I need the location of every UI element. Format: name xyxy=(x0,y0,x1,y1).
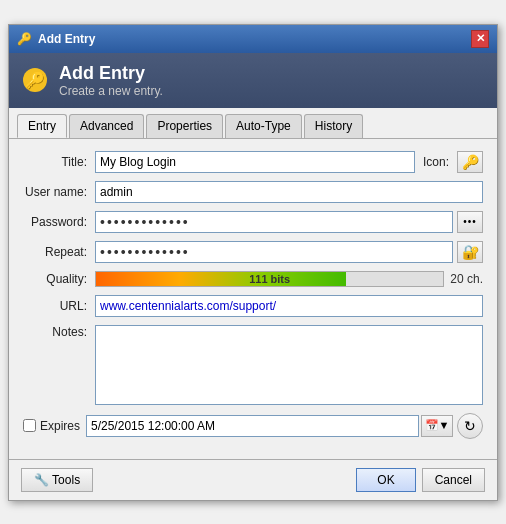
title-bar-left: 🔑 Add Entry xyxy=(17,32,95,46)
form-content: Title: Icon: 🔑 User name: Password: ••• … xyxy=(9,139,497,459)
header-text: Add Entry Create a new entry. xyxy=(59,63,163,98)
username-row: User name: xyxy=(23,181,483,203)
url-input[interactable] xyxy=(95,295,483,317)
icon-button[interactable]: 🔑 xyxy=(457,151,483,173)
title-input[interactable] xyxy=(95,151,415,173)
footer: 🔧 Tools OK Cancel xyxy=(9,459,497,500)
expires-refresh-button[interactable]: ↻ xyxy=(457,413,483,439)
header-icon: 🔑 xyxy=(23,68,47,92)
repeat-input[interactable] xyxy=(95,241,453,263)
title-label: Title: xyxy=(23,155,95,169)
quality-row: Quality: 111 bits 20 ch. xyxy=(23,271,483,287)
password-reveal-button[interactable]: ••• xyxy=(457,211,483,233)
repeat-icon-button[interactable]: 🔐 xyxy=(457,241,483,263)
tab-autotype[interactable]: Auto-Type xyxy=(225,114,302,138)
tab-history[interactable]: History xyxy=(304,114,363,138)
expires-row: Expires 📅▼ ↻ xyxy=(23,413,483,439)
cancel-button[interactable]: Cancel xyxy=(422,468,485,492)
notes-input[interactable] xyxy=(95,325,483,405)
tools-button[interactable]: 🔧 Tools xyxy=(21,468,93,492)
header-title: Add Entry xyxy=(59,63,163,84)
footer-actions: OK Cancel xyxy=(356,468,485,492)
main-window: 🔑 Add Entry ✕ 🔑 Add Entry Create a new e… xyxy=(8,24,498,501)
expires-checkbox[interactable] xyxy=(23,419,36,432)
icon-label: Icon: xyxy=(423,155,449,169)
username-input[interactable] xyxy=(95,181,483,203)
password-input[interactable] xyxy=(95,211,453,233)
header-subtitle: Create a new entry. xyxy=(59,84,163,98)
url-label: URL: xyxy=(23,299,95,313)
title-row: Title: Icon: 🔑 xyxy=(23,151,483,173)
quality-ch-label: 20 ch. xyxy=(450,272,483,286)
password-label: Password: xyxy=(23,215,95,229)
repeat-row: Repeat: 🔐 xyxy=(23,241,483,263)
repeat-label: Repeat: xyxy=(23,245,95,259)
quality-bar-text: 111 bits xyxy=(96,272,443,286)
tab-entry[interactable]: Entry xyxy=(17,114,67,138)
tab-properties[interactable]: Properties xyxy=(146,114,223,138)
expires-input[interactable] xyxy=(86,415,419,437)
title-bar-text: Add Entry xyxy=(38,32,95,46)
header-section: 🔑 Add Entry Create a new entry. xyxy=(9,53,497,108)
password-row: Password: ••• xyxy=(23,211,483,233)
username-label: User name: xyxy=(23,185,95,199)
tab-advanced[interactable]: Advanced xyxy=(69,114,144,138)
url-row: URL: xyxy=(23,295,483,317)
quality-label: Quality: xyxy=(23,272,95,286)
quality-bar: 111 bits xyxy=(95,271,444,287)
icon-section: Icon: 🔑 xyxy=(423,151,483,173)
title-bar-icon: 🔑 xyxy=(17,32,32,46)
title-bar: 🔑 Add Entry ✕ xyxy=(9,25,497,53)
expires-calendar-button[interactable]: 📅▼ xyxy=(421,415,453,437)
ok-button[interactable]: OK xyxy=(356,468,415,492)
close-button[interactable]: ✕ xyxy=(471,30,489,48)
expires-label: Expires xyxy=(40,419,86,433)
notes-label: Notes: xyxy=(23,325,95,339)
tab-bar: Entry Advanced Properties Auto-Type Hist… xyxy=(9,108,497,139)
notes-row: Notes: xyxy=(23,325,483,405)
